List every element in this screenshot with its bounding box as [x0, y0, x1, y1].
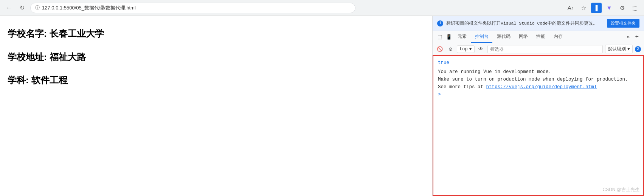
- nav-buttons: ← ↻: [4, 3, 27, 13]
- browser-chrome: ← ↻ ⓘ 127.0.0.1:5500/05_数据代理/数据代理.html A…: [0, 0, 644, 16]
- error-badge: 2: [635, 46, 641, 52]
- tab-network[interactable]: 网络: [515, 31, 532, 43]
- school-subject: 学科: 软件工程: [8, 74, 425, 87]
- add-tab-btn[interactable]: +: [633, 33, 641, 41]
- school-info: 学校名字: 长春工业大学 学校地址: 福祉大路 学科: 软件工程: [8, 27, 425, 87]
- console-true-value: true: [438, 60, 449, 65]
- top-label: top: [459, 47, 468, 52]
- lock-icon: ⓘ: [35, 5, 40, 11]
- info-banner: i 标识项目的根文件夹以打开Visual Studio Code中的源文件并同步…: [433, 16, 644, 31]
- tab-memory[interactable]: 内存: [550, 31, 566, 43]
- back-button[interactable]: ←: [4, 3, 14, 13]
- address-bar[interactable]: ⓘ 127.0.0.1:5500/05_数据代理/数据代理.html: [30, 3, 355, 13]
- info-icon: i: [437, 20, 443, 26]
- sidebar-btn[interactable]: ⬚: [630, 3, 640, 13]
- filter-toggle-btn[interactable]: ⊘: [446, 45, 455, 53]
- main-area: 学校名字: 长春工业大学 学校地址: 福祉大路 学科: 软件工程 i 标识项目的…: [0, 16, 644, 196]
- info-banner-text: 标识项目的根文件夹以打开Visual Studio Code中的源文件并同步更改…: [446, 20, 604, 26]
- school-address: 学校地址: 福祉大路: [8, 51, 425, 64]
- level-dropdown[interactable]: 默认级别 ▼: [605, 45, 633, 53]
- set-root-button[interactable]: 设置根文件夹: [607, 19, 639, 28]
- tab-performance[interactable]: 性能: [532, 31, 549, 43]
- console-arrow-line: >: [438, 91, 639, 99]
- devtools-toolbar: 🚫 ⊘ top ▼ 👁 默认级别 ▼ 2: [433, 43, 644, 55]
- tab-sources[interactable]: 源代码: [493, 31, 514, 43]
- console-text-prefix: See more tips at: [438, 84, 486, 90]
- clear-console-btn[interactable]: 🚫: [436, 45, 444, 53]
- dropdown-arrow: ▼: [469, 47, 472, 52]
- console-line-3: Make sure to turn on production mode whe…: [438, 76, 639, 83]
- device-btn[interactable]: 📱: [445, 33, 453, 41]
- console-line-true: true: [438, 59, 639, 67]
- school-name: 学校名字: 长春工业大学: [8, 27, 425, 40]
- eye-btn[interactable]: 👁: [477, 45, 485, 53]
- bookmark-btn[interactable]: ☆: [578, 3, 589, 13]
- reload-button[interactable]: ↻: [17, 3, 27, 13]
- devtools-panel: i 标识项目的根文件夹以打开Visual Studio Code中的源文件并同步…: [432, 16, 644, 196]
- context-dropdown[interactable]: top ▼: [457, 45, 475, 53]
- extension1-btn[interactable]: ❚: [591, 3, 602, 13]
- console-link[interactable]: https://vuejs.org/guide/deployment.html: [486, 84, 597, 90]
- more-tabs-btn[interactable]: »: [624, 33, 632, 41]
- console-expand-arrow[interactable]: >: [438, 92, 441, 97]
- page-content: 学校名字: 长春工业大学 学校地址: 福祉大路 学科: 软件工程: [0, 16, 432, 196]
- level-label: 默认级别: [608, 46, 626, 52]
- inspect-btn[interactable]: ⬚: [436, 33, 444, 41]
- devtools-tabs: ⬚ 📱 元素 控制台 源代码 网络 性能 内存 » +: [433, 31, 644, 43]
- watermark: CSDN @吉士先生: [602, 187, 639, 193]
- console-line-4: See more tips at https://vuejs.org/guide…: [438, 83, 639, 91]
- url-text: 127.0.0.1:5500/05_数据代理/数据代理.html: [42, 5, 136, 11]
- tab-console[interactable]: 控制台: [471, 31, 492, 43]
- console-line-2: You are running Vue in development mode.: [438, 68, 639, 76]
- filter-input[interactable]: [487, 45, 603, 53]
- level-dropdown-arrow: ▼: [627, 47, 630, 52]
- console-output: true You are running Vue in development …: [433, 55, 644, 196]
- vite-btn[interactable]: ▼: [604, 3, 615, 13]
- tab-elements[interactable]: 元素: [454, 31, 470, 43]
- font-size-btn[interactable]: A↑: [565, 3, 576, 13]
- settings-btn[interactable]: ⚙: [617, 3, 627, 13]
- browser-actions: A↑ ☆ ❚ ▼ ⚙ ⬚: [565, 3, 640, 13]
